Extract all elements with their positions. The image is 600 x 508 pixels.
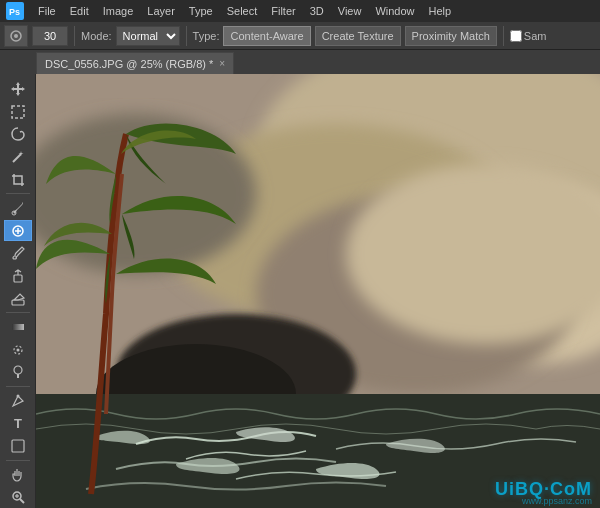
tool-gradient[interactable] xyxy=(4,316,32,338)
menu-file[interactable]: File xyxy=(32,3,62,19)
type-label: Type: xyxy=(193,30,220,42)
menu-3d[interactable]: 3D xyxy=(304,3,330,19)
menu-edit[interactable]: Edit xyxy=(64,3,95,19)
menu-image[interactable]: Image xyxy=(97,3,140,19)
menu-help[interactable]: Help xyxy=(423,3,458,19)
tool-separator-1 xyxy=(6,193,30,194)
tool-zoom[interactable] xyxy=(4,486,32,508)
brush-preset-picker[interactable] xyxy=(4,25,28,47)
type-content-aware-btn[interactable]: Content-Aware xyxy=(223,26,310,46)
tool-text[interactable]: T xyxy=(4,413,32,435)
divider-2 xyxy=(186,26,187,46)
canvas-area[interactable]: UiBQ·CoM www.ppsanz.com UiBQ·CoM www.pps… xyxy=(36,74,600,508)
tab-bar: DSC_0556.JPG @ 25% (RGB/8) * × xyxy=(0,50,600,74)
svg-rect-4 xyxy=(12,106,24,118)
svg-line-21 xyxy=(20,499,24,503)
workspace: T xyxy=(0,74,600,508)
sample-all-layers-checkbox[interactable] xyxy=(510,30,522,42)
watermark-sub: www.ppsanz.com xyxy=(522,496,592,506)
tool-lasso[interactable] xyxy=(4,123,32,145)
tool-pen[interactable] xyxy=(4,390,32,412)
svg-point-17 xyxy=(16,394,19,397)
tool-brush[interactable] xyxy=(4,242,32,264)
photo-svg: UiBQ·CoM www.ppsanz.com xyxy=(36,74,600,508)
divider-1 xyxy=(74,26,75,46)
tool-eraser[interactable] xyxy=(4,288,32,310)
menu-select[interactable]: Select xyxy=(221,3,264,19)
tool-wand[interactable] xyxy=(4,146,32,168)
mode-label: Mode: xyxy=(81,30,112,42)
svg-text:Ps: Ps xyxy=(9,7,20,17)
svg-point-3 xyxy=(14,34,18,38)
photo-canvas[interactable]: UiBQ·CoM www.ppsanz.com UiBQ·CoM www.pps… xyxy=(36,74,600,508)
menu-type[interactable]: Type xyxy=(183,3,219,19)
tab-title: DSC_0556.JPG @ 25% (RGB/8) * xyxy=(45,58,213,70)
menu-bar: Ps File Edit Image Layer Type Select Fil… xyxy=(0,0,600,22)
tool-healing-brush[interactable] xyxy=(4,220,32,242)
tool-separator-4 xyxy=(6,460,30,461)
svg-point-15 xyxy=(14,366,22,374)
menu-layer[interactable]: Layer xyxy=(141,3,181,19)
canvas-container: UiBQ·CoM www.ppsanz.com UiBQ·CoM www.pps… xyxy=(36,74,600,508)
tool-clone-stamp[interactable] xyxy=(4,265,32,287)
tab-close-btn[interactable]: × xyxy=(219,58,225,69)
brush-size-input[interactable] xyxy=(32,26,68,46)
tool-eyedropper[interactable] xyxy=(4,197,32,219)
tool-separator-2 xyxy=(6,312,30,313)
tool-dodge[interactable] xyxy=(4,362,32,384)
tool-move[interactable] xyxy=(4,78,32,100)
tool-crop[interactable] xyxy=(4,169,32,191)
svg-rect-19 xyxy=(12,440,24,452)
ps-logo: Ps xyxy=(4,0,26,22)
svg-rect-12 xyxy=(12,324,24,330)
options-bar: Mode: Normal Multiply Screen Type: Conte… xyxy=(0,22,600,50)
svg-point-14 xyxy=(16,348,19,351)
type-proximity-match-btn[interactable]: Proximity Match xyxy=(405,26,497,46)
tool-hand[interactable] xyxy=(4,464,32,486)
tool-marquee[interactable] xyxy=(4,101,32,123)
svg-rect-10 xyxy=(14,275,22,282)
menu-view[interactable]: View xyxy=(332,3,368,19)
tool-separator-3 xyxy=(6,386,30,387)
menu-window[interactable]: Window xyxy=(369,3,420,19)
mode-select[interactable]: Normal Multiply Screen xyxy=(116,26,180,46)
tool-shape[interactable] xyxy=(4,435,32,457)
svg-rect-11 xyxy=(12,300,24,305)
divider-3 xyxy=(503,26,504,46)
toolbar: T xyxy=(0,74,36,508)
menu-filter[interactable]: Filter xyxy=(265,3,301,19)
svg-line-5 xyxy=(13,154,21,162)
svg-text:T: T xyxy=(14,416,22,431)
document-tab[interactable]: DSC_0556.JPG @ 25% (RGB/8) * × xyxy=(36,52,234,74)
sample-all-layers-wrap: Sam xyxy=(510,30,547,42)
tool-blur[interactable] xyxy=(4,339,32,361)
type-create-texture-btn[interactable]: Create Texture xyxy=(315,26,401,46)
sample-label: Sam xyxy=(524,30,547,42)
